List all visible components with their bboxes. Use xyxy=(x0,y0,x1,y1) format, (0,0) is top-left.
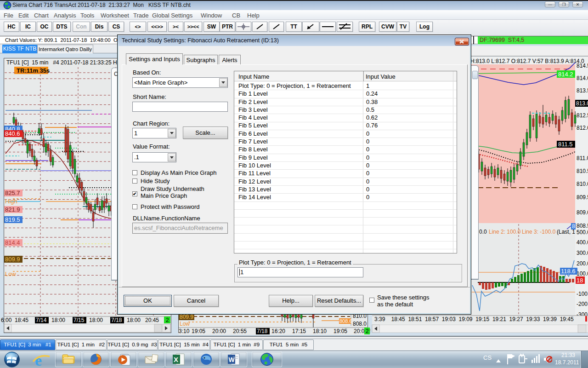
svg-text:814.4: 814.4 xyxy=(5,239,20,246)
svg-text:18:45: 18:45 xyxy=(391,316,405,322)
svg-text:840.6: 840.6 xyxy=(5,130,20,137)
svg-text:811.5: 811.5 xyxy=(558,141,573,148)
svg-text:TR:11m 35s: TR:11m 35s xyxy=(17,67,50,74)
svg-text:300.0: 300.0 xyxy=(577,250,588,256)
svg-text:809.0: 809.0 xyxy=(577,209,588,216)
svg-text:18: 18 xyxy=(577,277,583,284)
svg-text:19:21: 19:21 xyxy=(492,316,506,322)
svg-text:100.0: 100.0 xyxy=(577,270,588,277)
svg-text:19:03: 19:03 xyxy=(442,316,456,322)
svg-text:3:39: 3:39 xyxy=(374,316,385,322)
svg-text:6:00: 6:00 xyxy=(1,317,12,323)
svg-text:813.5: 813.5 xyxy=(577,87,588,94)
svg-text:19:15: 19:15 xyxy=(475,316,489,322)
svg-text:7/18: 7/18 xyxy=(257,328,268,334)
svg-text:18:00: 18:00 xyxy=(89,317,103,323)
svg-text:18:00: 18:00 xyxy=(127,317,141,323)
svg-text:20:00: 20:00 xyxy=(212,328,226,334)
svg-text:-100.: -100. xyxy=(577,291,588,297)
svg-text:20:45: 20:45 xyxy=(145,317,159,323)
svg-text:814.2: 814.2 xyxy=(558,71,573,78)
svg-text:808.0: 808.0 xyxy=(353,321,367,327)
svg-text:TFU1 [C] 15 min #4 2011-07-: TFU1 [C] 15 min #4 2011-07-18 21:33:25 H… xyxy=(6,59,132,66)
svg-text:2: 2 xyxy=(166,317,169,323)
svg-text:809.9: 809.9 xyxy=(5,256,20,263)
svg-text:19:27: 19:27 xyxy=(509,316,523,322)
svg-text:18:57: 18:57 xyxy=(425,316,439,322)
svg-text:814.0: 814.0 xyxy=(577,75,588,81)
svg-text:19:09: 19:09 xyxy=(459,316,473,322)
svg-text:18:45: 18:45 xyxy=(15,317,28,323)
svg-text:400.0: 400.0 xyxy=(577,239,588,246)
svg-text:814.5: 814.5 xyxy=(577,63,588,69)
svg-text:19:45: 19:45 xyxy=(560,316,574,322)
svg-text:16:20: 16:20 xyxy=(271,328,285,334)
svg-text:810.0: 810.0 xyxy=(577,181,588,187)
svg-text:0.0: 0.0 xyxy=(479,229,487,235)
svg-text:809.5: 809.5 xyxy=(577,194,588,201)
svg-text:821.9: 821.9 xyxy=(5,206,20,213)
svg-text:H:813.0 L:812.7 O:812.7 V:57 B: H:813.0 L:812.7 O:812.7 V:57 B:813.9 A:8… xyxy=(470,58,584,64)
svg-text:X: X xyxy=(174,356,178,363)
svg-text:20:55: 20:55 xyxy=(233,328,247,334)
svg-text:811.0: 811.0 xyxy=(577,155,588,161)
svg-text:18:10: 18:10 xyxy=(313,328,327,334)
svg-text:(Last, 1: (Last, 1 xyxy=(557,229,575,235)
svg-text:200.0: 200.0 xyxy=(577,260,588,267)
svg-text:813.0: 813.0 xyxy=(576,100,588,107)
svg-text:19:05: 19:05 xyxy=(334,328,347,334)
svg-text:809.9: 809.9 xyxy=(180,314,193,320)
svg-text:808.6: 808.6 xyxy=(339,318,352,324)
svg-text:3:10: 3:10 xyxy=(179,328,190,334)
svg-text:808.5: 808.5 xyxy=(577,223,588,229)
svg-text:-200.: -200. xyxy=(577,301,588,307)
svg-text:8: 8 xyxy=(572,223,575,230)
svg-text:2: 2 xyxy=(366,328,369,334)
svg-text:812.5: 812.5 xyxy=(577,112,588,119)
svg-text:819.5: 819.5 xyxy=(5,216,20,223)
svg-text:7/14: 7/14 xyxy=(36,317,47,323)
svg-text:W: W xyxy=(229,356,235,363)
svg-text:825.7: 825.7 xyxy=(5,190,20,196)
svg-text:18:00: 18:00 xyxy=(51,317,65,323)
svg-text:19:05: 19:05 xyxy=(192,328,205,334)
svg-text:18:51: 18:51 xyxy=(408,316,422,322)
svg-text:19:33: 19:33 xyxy=(526,316,540,322)
svg-text:118.6: 118.6 xyxy=(561,268,576,275)
svg-text:19:39: 19:39 xyxy=(543,316,557,322)
svg-text:17:15: 17:15 xyxy=(292,328,306,334)
svg-text:Line 3: -100.0: Line 3: -100.0 xyxy=(522,229,556,235)
svg-text:7/15: 7/15 xyxy=(74,317,85,323)
svg-text:High: High xyxy=(5,198,17,205)
svg-text:812.0: 812.0 xyxy=(577,125,588,131)
svg-text:810.5: 810.5 xyxy=(577,168,588,174)
svg-text:7/18: 7/18 xyxy=(111,317,122,323)
svg-text:Line 2: 100.0: Line 2: 100.0 xyxy=(489,229,521,235)
svg-text:500.0: 500.0 xyxy=(577,229,588,236)
svg-text:Low: Low xyxy=(180,321,190,327)
svg-text:Low: Low xyxy=(5,270,16,277)
